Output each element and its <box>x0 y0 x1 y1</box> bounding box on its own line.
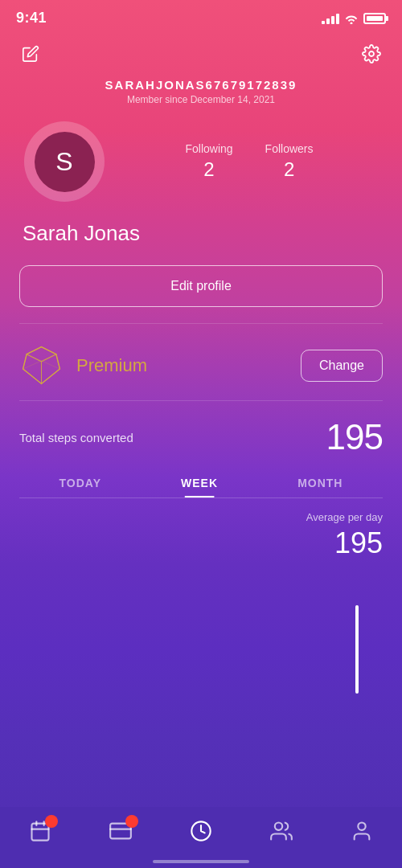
nav-item-gauge[interactable] <box>180 817 222 845</box>
nav-item-calendar[interactable] <box>19 817 61 845</box>
svg-marker-3 <box>42 354 60 384</box>
profile-icon <box>351 820 373 842</box>
svg-marker-2 <box>27 347 56 362</box>
username-area: SARAHJONAS67679172839 Member since Decem… <box>0 75 402 108</box>
premium-section: Premium Change <box>19 343 383 387</box>
svg-rect-8 <box>32 824 49 841</box>
chart-wrapper <box>19 573 383 694</box>
tab-today[interactable]: TODAY <box>59 477 101 497</box>
wifi-icon <box>344 13 359 24</box>
steps-value: 195 <box>326 417 383 457</box>
member-since: Member since December 14, 2021 <box>16 94 386 105</box>
profile-section: S Following 2 Followers 2 <box>0 108 402 215</box>
followers-count: 2 <box>265 158 314 181</box>
signal-icon <box>322 13 339 24</box>
svg-point-15 <box>275 823 282 830</box>
nav-badge-calendar <box>45 815 58 828</box>
following-label: Following <box>185 142 232 155</box>
chart-bar <box>355 605 359 694</box>
status-icons <box>322 13 386 24</box>
avg-value: 195 <box>19 526 383 560</box>
gauge-icon <box>190 820 212 842</box>
steps-section: Total steps converted 195 <box>0 401 402 464</box>
battery-icon <box>363 13 386 24</box>
nav-item-users[interactable] <box>260 817 302 845</box>
svg-marker-4 <box>23 354 42 384</box>
followers-label: Followers <box>265 142 314 155</box>
following-count: 2 <box>185 158 232 181</box>
tab-month[interactable]: MONTH <box>297 477 343 497</box>
svg-line-6 <box>27 354 59 369</box>
edit-profile-button[interactable]: Edit profile <box>19 265 383 307</box>
header-actions <box>0 33 402 75</box>
edit-icon-button[interactable] <box>16 39 45 68</box>
bottom-nav <box>0 807 402 868</box>
status-bar: 9:41 <box>0 0 402 33</box>
users-icon <box>270 820 293 842</box>
gem-icon <box>19 343 64 387</box>
premium-label: Premium <box>76 355 288 376</box>
nav-item-wallet[interactable] <box>100 817 142 845</box>
avatar-container: S <box>24 121 105 202</box>
settings-icon-button[interactable] <box>357 39 386 68</box>
username-text: SARAHJONAS67679172839 <box>16 78 386 92</box>
nav-item-profile[interactable] <box>341 817 383 845</box>
following-stat[interactable]: Following 2 <box>185 142 232 181</box>
tab-week[interactable]: WEEK <box>181 477 218 497</box>
tabs-section: TODAY WEEK MONTH <box>0 464 402 497</box>
nav-badge-wallet <box>125 815 138 828</box>
avatar: S <box>35 132 95 192</box>
section-divider <box>19 323 383 324</box>
change-button[interactable]: Change <box>301 350 383 382</box>
chart-area: Average per day 195 <box>0 498 402 694</box>
display-name: Sarah Jonas <box>0 215 402 259</box>
avg-label: Average per day <box>19 511 383 523</box>
svg-point-0 <box>369 51 374 56</box>
svg-point-16 <box>358 823 365 830</box>
steps-label: Total steps converted <box>19 431 133 444</box>
tabs-row: TODAY WEEK MONTH <box>19 477 383 497</box>
stats-container: Following 2 Followers 2 <box>121 142 378 181</box>
svg-line-7 <box>23 354 56 369</box>
followers-stat[interactable]: Followers 2 <box>265 142 314 181</box>
home-indicator <box>153 860 249 863</box>
status-time: 9:41 <box>16 10 47 27</box>
